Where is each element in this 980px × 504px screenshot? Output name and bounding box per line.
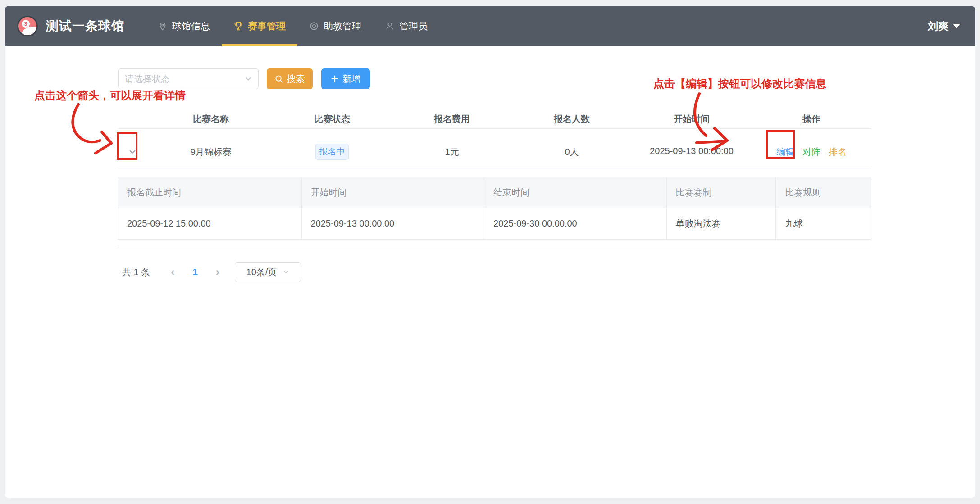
detail-value-end-time: 2025-09-30 00:00:00: [484, 208, 667, 239]
detail-header-start-time: 开始时间: [302, 177, 485, 208]
page-number-1[interactable]: 1: [192, 267, 198, 277]
user-menu[interactable]: 刘爽: [928, 19, 960, 33]
tab-label: 助教管理: [324, 20, 361, 32]
col-header-match-name: 比赛名称: [193, 113, 229, 125]
add-button[interactable]: 新增: [321, 68, 370, 89]
status-badge: 报名中: [315, 144, 349, 160]
page-size-value: 10条/页: [246, 266, 277, 278]
col-header-match-status: 比赛状态: [314, 113, 350, 125]
person-icon: [385, 21, 395, 31]
detail-header-deadline: 报名截止时间: [118, 177, 302, 208]
caret-down-icon: [953, 24, 960, 28]
tab-assistant-management[interactable]: 助教管理: [297, 6, 373, 46]
whistle-icon: [309, 21, 319, 31]
search-icon: [275, 75, 283, 83]
ranking-link[interactable]: 排名: [829, 146, 847, 158]
venue-title: 测试一条球馆: [46, 18, 124, 35]
versus-link[interactable]: 对阵: [802, 146, 820, 158]
col-header-actions: 操作: [802, 113, 820, 125]
tab-event-management[interactable]: 赛事管理: [222, 6, 297, 46]
pagination-total: 共 1 条: [122, 266, 150, 278]
search-button[interactable]: 搜索: [267, 68, 313, 89]
cell-match-name: 9月锦标赛: [190, 146, 231, 158]
pagination: 共 1 条 ‹ 1 › 10条/页: [122, 262, 301, 282]
status-select-placeholder: 请选择状态: [125, 73, 245, 85]
add-button-label: 新增: [342, 73, 360, 85]
tab-label: 管理员: [399, 20, 428, 32]
status-select[interactable]: 请选择状态: [118, 68, 259, 89]
detail-header-rules: 比赛规则: [776, 177, 871, 208]
edit-tip-annotation: 点击【编辑】按钮可以修改比赛信息: [653, 77, 826, 91]
main-card: 3 测试一条球馆 球馆信息: [5, 6, 975, 498]
top-navbar: 3 测试一条球馆 球馆信息: [5, 6, 975, 46]
location-pin-icon: [158, 21, 168, 31]
page-size-select[interactable]: 10条/页: [235, 262, 301, 282]
detail-value-deadline: 2025-09-12 15:00:00: [118, 208, 302, 239]
detail-header-row: 报名截止时间 开始时间 结束时间 比赛赛制 比赛规则: [118, 177, 871, 208]
billiard-ball-logo-icon: 3: [17, 16, 38, 36]
prev-page-button[interactable]: ‹: [171, 266, 174, 278]
next-page-button[interactable]: ›: [216, 266, 219, 278]
detail-value-start-time: 2025-09-13 00:00:00: [302, 208, 485, 239]
detail-value-row: 2025-09-12 15:00:00 2025-09-13 00:00:00 …: [118, 208, 871, 239]
cell-fee: 1元: [445, 146, 459, 158]
ball-number: 3: [22, 20, 30, 28]
detail-header-format: 比赛赛制: [667, 177, 776, 208]
cell-participants: 0人: [565, 146, 579, 158]
header-divider: [118, 128, 871, 129]
col-header-start-time: 开始时间: [674, 113, 710, 125]
detail-value-format: 单败淘汰赛: [667, 208, 776, 239]
tab-administrator[interactable]: 管理员: [373, 6, 439, 46]
expand-highlight-box: [117, 132, 137, 160]
tab-label: 球馆信息: [172, 20, 210, 32]
detail-value-rules: 九球: [776, 208, 871, 239]
tab-venue-info[interactable]: 球馆信息: [146, 6, 222, 46]
tab-label: 赛事管理: [248, 20, 286, 32]
edit-highlight-box: [766, 130, 795, 159]
chevron-down-icon: [283, 269, 289, 275]
expand-tip-annotation: 点击这个箭头，可以展开看详情: [34, 88, 186, 103]
detail-header-end-time: 结束时间: [484, 177, 667, 208]
cell-start-time: 2025-09-13 00:00:00: [650, 146, 734, 156]
nav-tabs: 球馆信息 赛事管理: [146, 6, 439, 46]
search-button-label: 搜索: [287, 73, 305, 85]
chevron-down-icon: [245, 75, 252, 82]
plus-icon: [331, 75, 339, 83]
row-divider: [118, 169, 871, 169]
col-header-fee: 报名费用: [434, 113, 470, 125]
detail-table: 报名截止时间 开始时间 结束时间 比赛赛制 比赛规则 2025-09-12 15…: [118, 177, 871, 240]
page-canvas: 3 测试一条球馆 球馆信息: [0, 0, 980, 504]
trophy-icon: [233, 21, 243, 31]
col-header-participants: 报名人数: [554, 113, 590, 125]
user-name: 刘爽: [928, 19, 948, 33]
expand-area-divider: [118, 247, 871, 247]
